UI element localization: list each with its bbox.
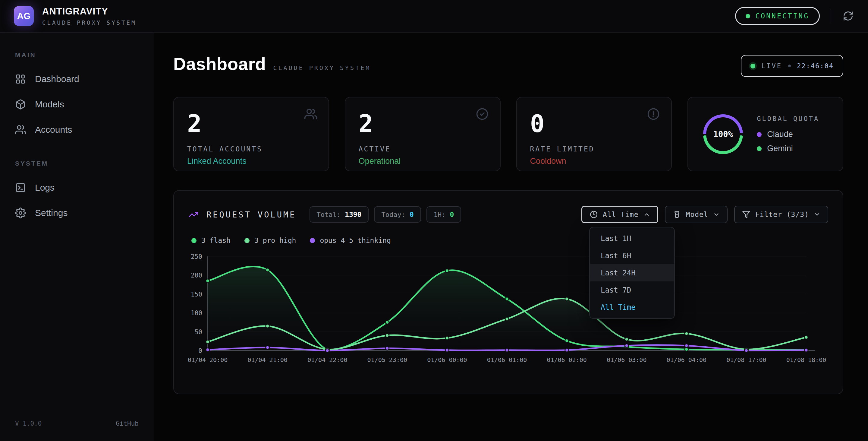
live-label: LIVE xyxy=(761,62,782,70)
badge-value: 0 xyxy=(410,210,414,218)
stat-value: 2 xyxy=(187,112,315,136)
sidebar-item-label: Accounts xyxy=(35,124,72,135)
data-point xyxy=(565,339,569,343)
connection-status-badge[interactable]: CONNECTING xyxy=(735,7,820,25)
trending-up-icon xyxy=(188,209,198,219)
dropdown-item-all-time[interactable]: All Time xyxy=(590,299,674,316)
quota-legend-item: Gemini xyxy=(757,144,819,153)
sidebar-item-models[interactable]: Models xyxy=(0,93,154,116)
filter-dropdown-button[interactable]: Filter (3/3) xyxy=(734,206,828,223)
y-axis-tick: 50 xyxy=(195,328,202,336)
data-point xyxy=(685,344,688,348)
data-point xyxy=(326,349,329,352)
data-point xyxy=(445,269,449,272)
github-link[interactable]: GitHub xyxy=(116,420,138,427)
app-logo: AG xyxy=(14,6,34,26)
sidebar-item-dashboard[interactable]: Dashboard xyxy=(0,67,154,90)
stat-label: TOTAL ACCOUNTS xyxy=(187,145,315,153)
dropdown-item-last-6h[interactable]: Last 6H xyxy=(590,247,674,264)
top-bar: AG ANTIGRAVITY CLAUDE PROXY SYSTEM CONNE… xyxy=(0,0,868,33)
data-point xyxy=(266,268,270,272)
time-range-dropdown-menu: Last 1HLast 6HLast 24HLast 7DAll Time xyxy=(589,227,675,319)
dropdown-item-last-1h[interactable]: Last 1H xyxy=(590,230,674,247)
y-axis-tick: 100 xyxy=(191,310,202,317)
x-axis-tick: 01/08 17:00 xyxy=(726,356,766,363)
badge-label: Today: xyxy=(381,211,405,218)
sidebar-section-label: MAIN xyxy=(15,51,154,59)
app-version: V 1.0.0 xyxy=(15,420,42,427)
chevron-down-icon xyxy=(814,211,820,218)
live-clock: 22:46:04 xyxy=(797,62,834,70)
users-icon xyxy=(15,124,26,135)
panel-title: REQUEST VOLUME xyxy=(207,210,296,219)
data-point xyxy=(385,320,389,324)
quota-title: GLOBAL QUOTA xyxy=(757,115,819,122)
app-title: ANTIGRAVITY xyxy=(42,6,136,17)
x-axis-tick: 01/08 18:00 xyxy=(786,356,826,363)
gear-icon xyxy=(15,208,26,218)
terminal-icon xyxy=(15,182,26,193)
x-axis-tick: 01/06 00:00 xyxy=(427,356,467,363)
sidebar-item-label: Settings xyxy=(35,208,67,218)
model-dropdown-button[interactable]: Model xyxy=(665,206,727,223)
legend-dot-icon xyxy=(757,132,762,137)
data-point xyxy=(266,324,270,328)
legend-dot-icon xyxy=(757,146,762,151)
data-point xyxy=(744,349,748,352)
time-range-value: All Time xyxy=(603,210,639,218)
refresh-button[interactable] xyxy=(842,10,854,22)
badge-label: Total: xyxy=(317,211,341,218)
data-point xyxy=(625,344,628,348)
data-point xyxy=(804,335,808,339)
data-point xyxy=(505,348,509,352)
page-subtitle: CLAUDE PROXY SYSTEM xyxy=(273,64,371,71)
data-point xyxy=(565,348,569,352)
sidebar-item-accounts[interactable]: Accounts xyxy=(0,118,154,141)
data-point xyxy=(445,348,449,352)
legend-label: Gemini xyxy=(767,144,793,153)
data-point xyxy=(206,279,210,283)
main-content: Dashboard CLAUDE PROXY SYSTEM LIVE 22:46… xyxy=(154,33,868,441)
legend-dot-icon xyxy=(244,238,250,243)
y-axis-tick: 200 xyxy=(191,272,202,279)
stat-value: 0 xyxy=(530,112,658,136)
y-axis-tick: 250 xyxy=(191,253,202,260)
volume-badges: Total:1390Today:01H:0 xyxy=(310,206,461,223)
stat-sublabel: Operational xyxy=(359,156,487,166)
stat-card-rate-limited: 0 RATE LIMITED Cooldown xyxy=(516,97,672,171)
alert-circle-icon xyxy=(647,108,660,122)
metric-badge: Total:1390 xyxy=(310,206,369,223)
badge-label: 1H: xyxy=(434,211,446,218)
time-range-dropdown-button[interactable]: All Time xyxy=(581,206,658,223)
data-point xyxy=(206,340,210,344)
stat-label: RATE LIMITED xyxy=(530,145,658,153)
chart-area: 05010015020025001/04 20:0001/04 21:0001/… xyxy=(186,252,832,373)
badge-value: 1390 xyxy=(345,210,361,218)
x-axis-tick: 01/05 23:00 xyxy=(367,356,407,363)
sidebar-item-label: Logs xyxy=(35,182,55,193)
x-axis-tick: 01/04 21:00 xyxy=(247,356,287,363)
chart-legend-item: 3-flash xyxy=(191,236,230,244)
data-point xyxy=(625,337,628,341)
sidebar: MAINDashboardModelsAccountsSYSTEMLogsSet… xyxy=(0,33,154,441)
legend-label: 3-pro-high xyxy=(254,236,296,244)
stat-value: 2 xyxy=(359,112,487,136)
stats-row: 2 TOTAL ACCOUNTS Linked Accounts 2 ACTIV… xyxy=(173,97,843,171)
stat-card-global-quota: 100% GLOBAL QUOTA ClaudeGemini xyxy=(687,97,843,171)
quota-legend: ClaudeGemini xyxy=(757,130,819,153)
app-subtitle: CLAUDE PROXY SYSTEM xyxy=(42,19,136,26)
legend-dot-icon xyxy=(191,238,196,243)
brand: AG ANTIGRAVITY CLAUDE PROXY SYSTEM xyxy=(14,6,136,26)
dropdown-item-last-7d[interactable]: Last 7D xyxy=(590,282,674,299)
legend-label: opus-4-5-thinking xyxy=(320,236,391,244)
sidebar-item-logs[interactable]: Logs xyxy=(0,176,154,199)
divider xyxy=(831,9,831,23)
x-axis-tick: 01/06 01:00 xyxy=(487,356,527,363)
quota-ring-gauge: 100% xyxy=(703,114,743,154)
dropdown-item-last-24h[interactable]: Last 24H xyxy=(590,264,674,282)
x-axis-tick: 01/06 03:00 xyxy=(607,356,647,363)
sidebar-nav: MAINDashboardModelsAccountsSYSTEMLogsSet… xyxy=(0,51,154,225)
connection-status-text: CONNECTING xyxy=(755,12,809,20)
sidebar-item-settings[interactable]: Settings xyxy=(0,202,154,225)
request-volume-panel: REQUEST VOLUME Total:1390Today:01H:0 All… xyxy=(173,190,843,394)
